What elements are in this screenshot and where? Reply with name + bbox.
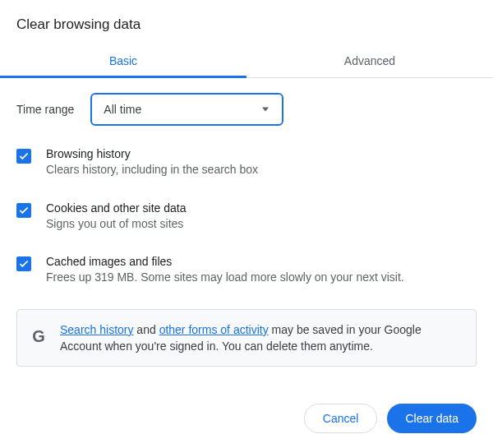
tab-advanced[interactable]: Advanced	[246, 44, 493, 77]
time-range-label: Time range	[16, 103, 74, 116]
dialog-title: Clear browsing data	[0, 0, 493, 44]
option-title: Cookies and other site data	[46, 201, 186, 215]
option-text: Cookies and other site data Signs you ou…	[46, 201, 186, 233]
info-text-mid: and	[133, 323, 159, 336]
check-icon	[18, 150, 30, 162]
tab-bar: Basic Advanced	[0, 44, 493, 78]
option-desc: Clears history, including in the search …	[46, 162, 258, 178]
cancel-button[interactable]: Cancel	[304, 404, 378, 433]
clear-data-button[interactable]: Clear data	[387, 404, 477, 433]
info-text: Search history and other forms of activi…	[60, 321, 463, 355]
checkbox-cache[interactable]	[16, 256, 31, 271]
tab-advanced-label: Advanced	[344, 54, 395, 67]
check-icon	[18, 205, 30, 216]
cancel-button-label: Cancel	[323, 412, 359, 425]
time-range-select[interactable]: All time	[90, 93, 283, 126]
google-g-icon: G	[30, 321, 47, 349]
option-text: Browsing history Clears history, includi…	[46, 147, 258, 178]
google-account-info: G Search history and other forms of acti…	[16, 309, 477, 367]
option-text: Cached images and files Frees up 319 MB.…	[46, 255, 404, 286]
dialog-body: Time range All time Browsing history Cle…	[0, 78, 493, 367]
link-search-history[interactable]: Search history	[60, 323, 133, 336]
option-cookies: Cookies and other site data Signs you ou…	[16, 201, 477, 233]
clear-browsing-data-dialog: Clear browsing data Basic Advanced Time …	[0, 0, 493, 448]
chevron-down-icon	[262, 108, 269, 112]
option-title: Cached images and files	[46, 255, 404, 268]
time-range-row: Time range All time	[16, 93, 477, 126]
option-cache: Cached images and files Frees up 319 MB.…	[16, 255, 477, 286]
option-title: Browsing history	[46, 147, 258, 160]
tab-basic[interactable]: Basic	[0, 44, 246, 77]
option-browsing-history: Browsing history Clears history, includi…	[16, 147, 477, 178]
option-desc: Signs you out of most sites	[46, 216, 186, 233]
tab-basic-label: Basic	[109, 54, 137, 67]
dialog-footer: Cancel Clear data	[304, 404, 477, 433]
link-other-activity[interactable]: other forms of activity	[159, 323, 269, 336]
clear-data-button-label: Clear data	[405, 412, 458, 425]
check-icon	[18, 258, 30, 270]
checkbox-cookies[interactable]	[16, 203, 31, 218]
option-desc: Frees up 319 MB. Some sites may load mor…	[46, 270, 404, 286]
checkbox-browsing-history[interactable]	[16, 149, 31, 164]
time-range-value: All time	[104, 103, 141, 116]
